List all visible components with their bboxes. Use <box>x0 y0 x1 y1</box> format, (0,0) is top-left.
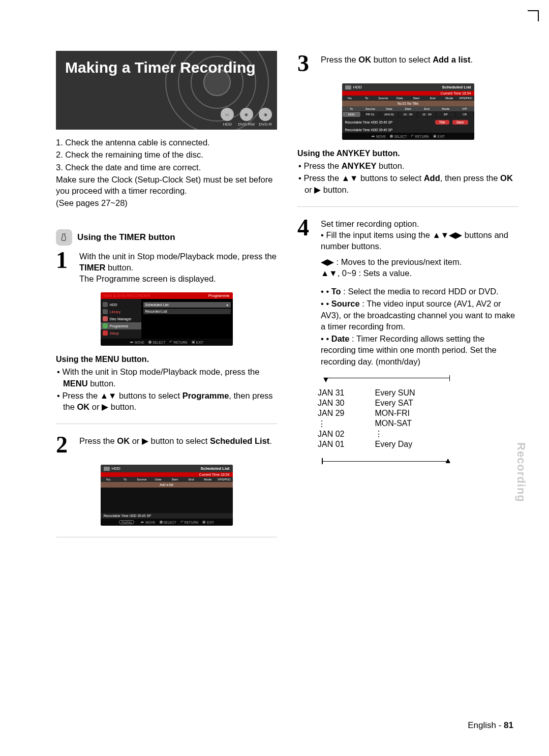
page-footer: English - 81 <box>468 720 513 731</box>
page-corner-mark <box>528 10 539 21</box>
section-title-box: Making a Timer Recording ▭HDD ◉DVD-RW ◉D… <box>56 51 277 130</box>
menu-bullet-1: With the unit in Stop mode/Playback mode… <box>56 366 277 389</box>
anykey-subheading: Using the ANYKEY button. <box>297 149 518 158</box>
step-number: 4 <box>297 216 316 239</box>
timer-section-heading: Using the TIMER button <box>56 229 277 246</box>
step-3: 3 Press the OK button to select Add a li… <box>297 54 518 75</box>
date-left-column: JAN 31 JAN 30 JAN 29 ⋮ JAN 02 JAN 01 <box>318 388 344 449</box>
programme-screen: HDD & DVD RECORDERProgramme HDD Library … <box>101 292 233 346</box>
chapter-tab: Recording <box>514 442 528 502</box>
hdd-icon: ▭HDD <box>221 108 234 127</box>
menu-subheading: Using the MENU button. <box>56 355 277 364</box>
step-1: 1 With the unit in Stop mode/Playback mo… <box>56 251 277 285</box>
divider <box>56 424 277 424</box>
step-number: 1 <box>56 249 74 272</box>
step-2: 2 Press the OK or ▶ button to select Sch… <box>56 435 277 457</box>
dvd-r-icon: ◉DVD-R <box>259 108 272 127</box>
anykey-bullet-2: Press the ▲▼ buttons to select Add, then… <box>297 172 518 195</box>
menu-bullet-2: Press the ▲▼ buttons to select Programme… <box>56 390 277 413</box>
step-4: 4 Set timer recording option. • Fill the… <box>297 218 518 368</box>
step-number: 3 <box>297 52 316 75</box>
date-right-column: Every SUN Every SAT MON-FRI MON-SAT ⋮ Ev… <box>375 388 415 449</box>
step-number: 2 <box>56 433 74 457</box>
date-cycle-diagram: ▼ JAN 31 JAN 30 JAN 29 ⋮ JAN 02 JAN 01 E… <box>318 375 518 464</box>
intro-text: 1. Check the antenna cable is connected.… <box>56 137 277 209</box>
scheduled-list-edit-screen: HDDScheduled List Current Time 10:54 No.… <box>342 83 474 140</box>
divider <box>56 537 277 537</box>
remote-hand-icon <box>56 229 72 246</box>
scheduled-list-screen: HDDScheduled List Current Time 10:54 No.… <box>101 465 233 526</box>
divider <box>297 206 518 207</box>
media-icons: ▭HDD ◉DVD-RW ◉DVD-R <box>221 108 272 127</box>
dvd-rw-icon: ◉DVD-RW <box>238 108 255 127</box>
anykey-bullet-1: Press the ANYKEY button. <box>297 160 518 171</box>
